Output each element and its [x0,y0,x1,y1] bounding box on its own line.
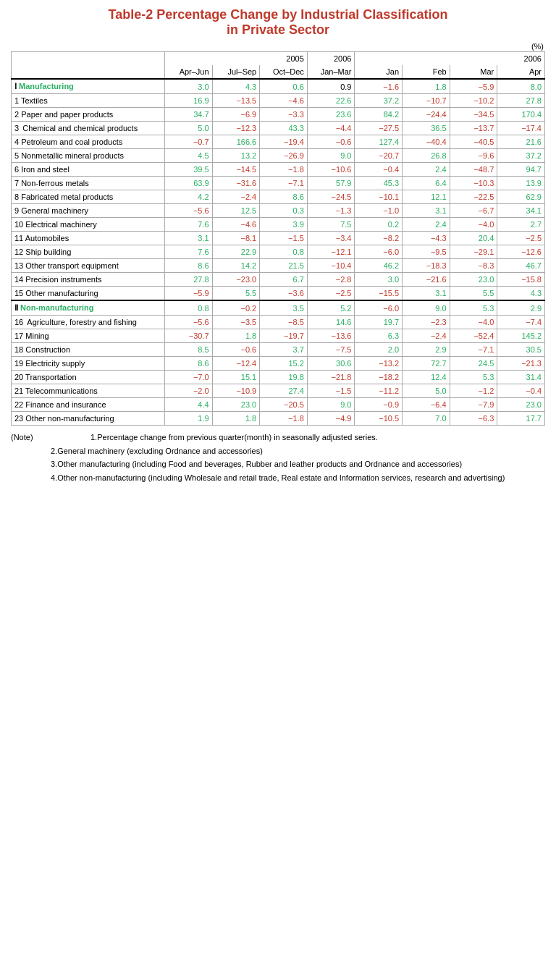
data-cell: 4.2 [165,190,213,204]
data-cell: −7.0 [165,371,213,384]
header-mar: Mar [450,65,497,79]
data-cell: 30.5 [497,343,545,357]
data-cell: 5.0 [403,384,450,398]
data-cell: −40.4 [403,135,450,149]
data-cell: 24.5 [450,357,497,371]
data-cell: −0.4 [355,163,403,177]
data-cell: 0.9 [307,79,355,94]
notes-section: (Note)1.Percentage change from previous … [11,431,545,483]
data-cell: −3.5 [212,316,260,329]
row-label: 12 Ship building [12,245,165,259]
data-cell: 57.9 [307,177,355,190]
data-cell: 5.3 [450,371,497,384]
data-cell: 7.6 [165,245,213,259]
data-cell: 37.2 [355,94,403,108]
table-row: 12 Ship building7.622.90.8−12.1−6.0−9.5−… [12,245,545,259]
table-row: 19 Electricity supply8.6−12.415.230.6−13… [12,357,545,371]
data-cell: 84.2 [355,108,403,122]
data-cell: 3.0 [355,273,403,287]
data-cell: −2.5 [497,232,545,245]
header-jul-sep: Jul–Sep [212,65,260,79]
header-row-top: 2005 2006 2006 [12,52,545,66]
data-cell: 63.9 [165,177,213,190]
table-row: 22 Finance and insurance4.423.0−20.59.0−… [12,398,545,412]
table-row: 23 Other non-manufacturing1.91.8−1.8−4.9… [12,412,545,426]
data-cell: 14.6 [307,316,355,329]
row-label: 19 Electricity supply [12,357,165,371]
data-cell: −22.5 [450,190,497,204]
row-label: 14 Precision instruments [12,273,165,287]
data-cell: −1.0 [355,204,403,218]
data-cell: 26.8 [403,149,450,163]
data-cell: −6.0 [355,245,403,259]
note-item: 4.Other non-manufacturing (including Who… [11,472,545,484]
data-cell: 46.2 [355,259,403,273]
data-cell: −7.5 [307,343,355,357]
data-cell: 2.7 [497,218,545,232]
data-cell: −48.7 [450,163,497,177]
note-item: 2.General machinery (excluding Ordnance … [11,445,545,457]
note-item: 1.Percentage change from previous quarte… [51,431,378,444]
data-cell: −13.7 [450,122,497,135]
data-cell: 31.4 [497,371,545,384]
table-row: 8 Fabricated metal products4.2−2.48.6−24… [12,190,545,204]
data-cell: −0.6 [212,343,260,357]
data-cell: −8.1 [212,232,260,245]
data-cell: 5.0 [165,122,213,135]
data-cell: −2.5 [307,287,355,301]
row-label-multiline: 3 Chemical and chemical products [12,122,165,135]
data-cell: 19.8 [260,371,308,384]
data-cell: −17.4 [497,122,545,135]
row-label: 20 Transportation [12,371,165,384]
data-cell: −18.3 [403,259,450,273]
data-cell: −0.6 [307,135,355,149]
data-cell: 23.6 [307,108,355,122]
header-apr: Apr [497,65,545,79]
data-cell: −15.8 [497,273,545,287]
header-feb: Feb [403,65,450,79]
data-cell: 2.0 [355,343,403,357]
data-cell: −10.4 [307,259,355,273]
table-title-line2: in Private Sector [11,22,545,38]
data-cell: 1.8 [212,412,260,426]
header-jan-mar: Jan–Mar [307,65,355,79]
data-cell: 17.7 [497,412,545,426]
data-cell: 4.5 [165,149,213,163]
data-cell: −10.6 [307,163,355,177]
data-cell: 3.1 [403,204,450,218]
data-cell: 22.6 [307,94,355,108]
data-cell: −11.2 [355,384,403,398]
notes-title: (Note) [11,431,51,444]
data-cell: 2.9 [497,300,545,316]
header-2005: 2005 [165,52,308,66]
row-label: 21 Telecommunications [12,384,165,398]
table-row: Ⅱ Non-manufacturing0.8−0.23.55.2−6.09.05… [12,300,545,316]
data-cell: −1.6 [355,79,403,94]
data-cell: −15.5 [355,287,403,301]
data-cell: −23.0 [212,273,260,287]
table-row: 16 Agriculture, forestry and fishing−5.6… [12,316,545,329]
data-cell: −26.9 [260,149,308,163]
data-cell: 15.2 [260,357,308,371]
table-row: 13 Other transport equipment8.614.221.5−… [12,259,545,273]
data-cell: −4.0 [450,316,497,329]
data-cell: −13.2 [355,357,403,371]
table-row: 11 Automobiles3.1−8.1−1.5−3.4−8.2−4.320.… [12,232,545,245]
data-cell: −21.3 [497,357,545,371]
row-label: 23 Other non-manufacturing [12,412,165,426]
table-row: 21 Telecommunications−2.0−10.927.4−1.5−1… [12,384,545,398]
data-cell: −5.6 [165,316,213,329]
data-cell: 1.9 [165,412,213,426]
data-cell: 0.3 [260,204,308,218]
data-cell: 9.0 [307,149,355,163]
data-cell: 4.3 [212,79,260,94]
table-row: 17 Mining−30.71.8−19.7−13.66.3−2.4−52.41… [12,329,545,343]
data-cell: −29.1 [450,245,497,259]
section-label: Ⅰ Manufacturing [12,79,165,94]
data-cell: −1.8 [260,412,308,426]
data-cell: −1.3 [307,204,355,218]
row-label: 10 Electrical machinery [12,218,165,232]
percent-note: (%) [11,42,545,51]
data-cell: 62.9 [497,190,545,204]
data-cell: −14.5 [212,163,260,177]
